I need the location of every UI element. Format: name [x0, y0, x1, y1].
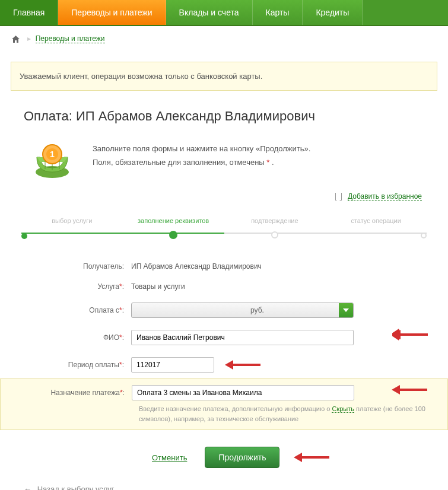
- dropdown-toggle-icon[interactable]: [339, 303, 353, 317]
- payment-form: Получатель: ИП Абрамов Александр Владими…: [0, 256, 448, 481]
- nav-cards[interactable]: Карты: [253, 0, 303, 25]
- intro-line2: Поля, обязательные для заполнения, отмеч…: [93, 155, 310, 169]
- nav-home[interactable]: Главная: [0, 0, 58, 25]
- label-service: Услуга*:: [21, 282, 131, 291]
- step-2: заполнение реквизитов: [123, 217, 224, 235]
- cart-icon: 1: [28, 139, 76, 181]
- label-payfrom: Оплата с*:: [21, 306, 131, 314]
- bookmark-icon: [335, 193, 342, 201]
- row-period: Период оплаты*:: [21, 351, 427, 378]
- intro-block: 1 Заполните поля формы и нажмите на кноп…: [0, 139, 448, 181]
- form-actions: Отменить Продолжить: [21, 430, 427, 481]
- label-period: Период оплаты*:: [21, 361, 131, 369]
- notice-banner: Уважаемый клиент, операция возможна толь…: [11, 62, 437, 91]
- label-purpose: Назначение платежа*:: [22, 389, 132, 397]
- breadcrumb-separator: ▸: [27, 34, 31, 43]
- favorite-row: Добавить в избранное: [0, 192, 448, 209]
- label-fio: ФИО*:: [21, 333, 131, 342]
- breadcrumb-link[interactable]: Переводы и платежи: [36, 34, 105, 43]
- step-3: подтверждение: [224, 217, 326, 235]
- arrow-pointer-icon: [392, 384, 427, 396]
- add-favorite-link[interactable]: Добавить в избранное: [348, 192, 422, 201]
- back-arrow-icon: ←: [24, 485, 31, 490]
- hide-hint-link[interactable]: Скрыть: [332, 405, 354, 413]
- arrow-pointer-icon: [392, 329, 428, 341]
- top-nav: Главная Переводы и платежи Вклады и счет…: [0, 0, 448, 26]
- value-recipient: ИП Абрамов Александр Владимирович: [131, 262, 427, 271]
- nav-deposits[interactable]: Вклады и счета: [166, 0, 253, 25]
- stepper: выбор услуги заполнение реквизитов подтв…: [21, 217, 427, 238]
- breadcrumb: ▸ Переводы и платежи: [0, 26, 448, 51]
- step-1: выбор услуги: [21, 217, 123, 235]
- arrow-pointer-icon: [294, 451, 329, 463]
- nav-transfers[interactable]: Переводы и платежи: [58, 0, 166, 25]
- arrow-pointer-icon: [225, 359, 260, 371]
- row-recipient: Получатель: ИП Абрамов Александр Владими…: [21, 256, 427, 276]
- nav-credits[interactable]: Кредиты: [303, 0, 363, 25]
- payfrom-dropdown[interactable]: руб.: [131, 303, 354, 318]
- back-row: ← Назад к выбору услуг: [0, 481, 448, 490]
- row-service: Услуга*: Товары и услуги: [21, 276, 427, 297]
- purpose-input[interactable]: [132, 385, 354, 400]
- fio-input[interactable]: [131, 330, 354, 345]
- continue-button[interactable]: Продолжить: [205, 447, 279, 468]
- back-link[interactable]: Назад к выбору услуг: [37, 485, 115, 490]
- row-payfrom: Оплата с*: руб.: [21, 297, 427, 324]
- page-title: Оплата: ИП Абрамов Александр Владимирови…: [0, 105, 448, 139]
- intro-line1: Заполните поля формы и нажмите на кнопку…: [93, 142, 310, 155]
- intro-text: Заполните поля формы и нажмите на кнопку…: [93, 139, 310, 181]
- period-input[interactable]: [131, 357, 214, 373]
- purpose-hint: Введите назначение платежа, дополнительн…: [22, 404, 426, 424]
- step-4: статус операции: [325, 217, 427, 235]
- payfrom-currency: руб.: [250, 306, 264, 314]
- cancel-link[interactable]: Отменить: [152, 453, 187, 462]
- home-icon[interactable]: [12, 36, 20, 43]
- value-service: Товары и услуги: [131, 282, 427, 291]
- row-purpose: Назначение платежа*: Введите назначение …: [0, 378, 448, 430]
- svg-text:1: 1: [50, 149, 55, 159]
- label-recipient: Получатель:: [21, 262, 131, 271]
- row-fio: ФИО*:: [21, 324, 427, 351]
